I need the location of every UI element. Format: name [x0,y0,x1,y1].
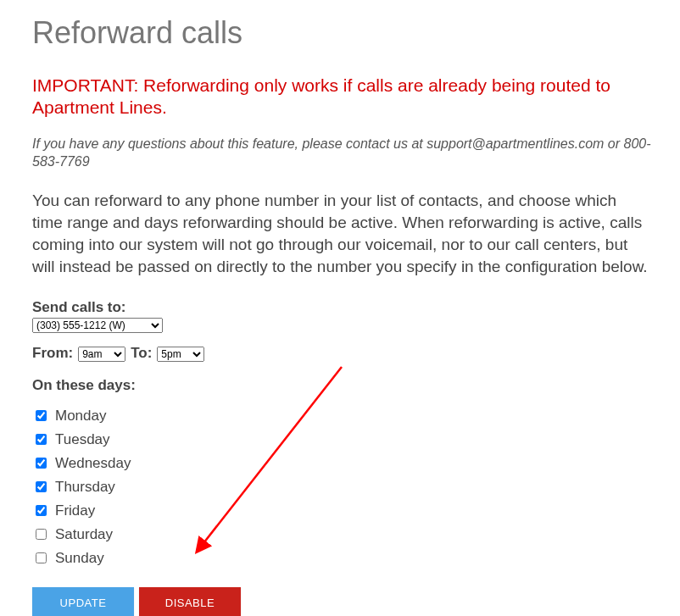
day-row-tuesday: Tuesday [36,431,651,448]
day-row-sunday: Sunday [36,550,651,567]
feature-description: You can reforward to any phone number in… [32,190,651,279]
day-label-thursday: Thursday [55,479,115,496]
days-list: Monday Tuesday Wednesday Thursday Friday… [36,408,651,567]
important-warning: IMPORTANT: Reforwarding only works if ca… [32,75,651,119]
day-label-tuesday: Tuesday [55,431,110,448]
day-row-saturday: Saturday [36,526,651,543]
from-label: From: [32,345,73,362]
from-time-select[interactable]: 9am [78,347,125,362]
day-label-saturday: Saturday [55,526,113,543]
send-calls-to-label: Send calls to: [32,299,651,316]
day-checkbox-wednesday[interactable] [36,458,47,469]
phone-number-select[interactable]: (303) 555-1212 (W) [32,318,163,333]
contact-info-note: If you have any questions about this fea… [32,135,651,171]
day-checkbox-monday[interactable] [36,410,47,421]
day-label-friday: Friday [55,502,95,519]
day-row-friday: Friday [36,502,651,519]
to-label: To: [131,345,152,362]
day-label-monday: Monday [55,408,106,425]
day-checkbox-sunday[interactable] [36,552,47,563]
day-row-monday: Monday [36,408,651,425]
day-checkbox-friday[interactable] [36,505,47,516]
to-time-select[interactable]: 5pm [157,347,204,362]
days-section-label: On these days: [32,377,651,394]
day-checkbox-tuesday[interactable] [36,434,47,445]
day-checkbox-saturday[interactable] [36,529,47,540]
page-title: Reforward calls [32,15,651,51]
disable-button[interactable]: DISABLE [139,587,241,616]
day-row-thursday: Thursday [36,479,651,496]
day-checkbox-thursday[interactable] [36,481,47,492]
day-label-wednesday: Wednesday [55,455,131,472]
day-row-wednesday: Wednesday [36,455,651,472]
update-button[interactable]: UPDATE [32,587,134,616]
day-label-sunday: Sunday [55,550,104,567]
